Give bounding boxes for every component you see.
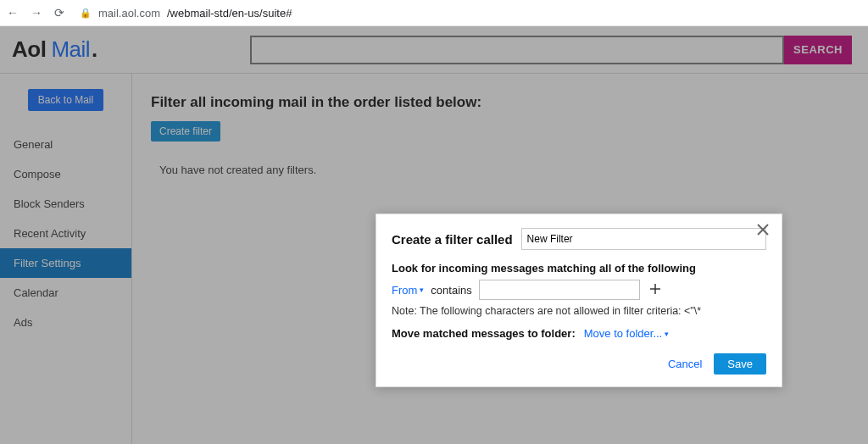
lock-icon: 🔒 [80,8,92,19]
chevron-down-icon: ▾ [665,330,669,338]
reload-icon[interactable]: ⟳ [54,6,64,19]
field-dropdown[interactable]: From ▾ [392,284,424,297]
criteria-row: From ▾ contains [392,280,766,300]
url-host: mail.aol.com [98,7,160,19]
forward-icon[interactable]: → [31,6,42,19]
cancel-button[interactable]: Cancel [668,358,702,370]
criteria-value-input[interactable] [479,280,640,300]
close-icon [756,223,770,236]
close-button[interactable] [756,223,770,239]
move-to-folder-label: Move matched messages to folder: [392,327,576,340]
back-icon[interactable]: ← [7,6,19,19]
chevron-down-icon: ▾ [420,286,424,294]
filter-name-input[interactable] [521,228,766,250]
create-filter-modal: Create a filter called Look for incoming… [376,214,782,387]
move-to-folder-dropdown[interactable]: Move to folder... ▾ [584,327,670,340]
filter-name-label: Create a filter called [392,232,513,247]
browser-nav: ← → ⟳ [7,6,64,19]
move-to-folder-dropdown-label: Move to folder... [584,327,663,340]
plus-icon [649,283,661,295]
url-path: /webmail-std/en-us/suite# [167,7,292,19]
condition-label: contains [431,284,471,297]
address-bar[interactable]: 🔒 mail.aol.com/webmail-std/en-us/suite# [80,7,292,19]
browser-chrome: ← → ⟳ 🔒 mail.aol.com/webmail-std/en-us/s… [0,0,868,26]
add-criteria-button[interactable] [647,283,664,297]
criteria-note: Note: The following characters are not a… [392,305,766,317]
save-button[interactable]: Save [714,353,766,375]
modal-footer: Cancel Save [392,353,766,375]
field-dropdown-label: From [392,284,417,297]
criteria-heading: Look for incoming messages matching all … [392,262,766,275]
